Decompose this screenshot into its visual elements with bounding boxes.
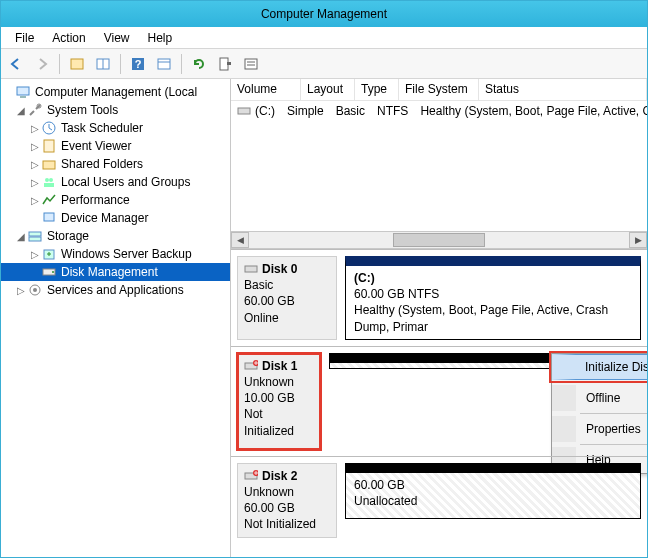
scroll-thumb[interactable] [393, 233, 484, 247]
performance-icon [41, 192, 57, 208]
tree-services-apps[interactable]: ▷ Services and Applications [1, 281, 230, 299]
back-button[interactable] [5, 53, 27, 75]
clock-icon [41, 120, 57, 136]
tree-root[interactable]: ▶ Computer Management (Local [1, 83, 230, 101]
tree-windows-server-backup[interactable]: ▷ Windows Server Backup [1, 245, 230, 263]
help-button[interactable]: ? [127, 53, 149, 75]
menu-action[interactable]: Action [44, 29, 93, 47]
svg-rect-30 [245, 266, 257, 272]
tree-performance[interactable]: ▷ Performance [1, 191, 230, 209]
svg-rect-13 [20, 96, 26, 98]
svg-point-19 [49, 178, 53, 182]
twisty-icon[interactable]: ▷ [15, 285, 27, 296]
disk-panel-1[interactable]: Disk 1 Unknown 10.00 GB Not Initialized … [231, 346, 647, 456]
list-icon[interactable] [240, 53, 262, 75]
tree-event-viewer[interactable]: ▷ Event Viewer [1, 137, 230, 155]
window-title: Computer Management [261, 7, 387, 21]
disk-state: Online [244, 310, 330, 326]
twisty-icon[interactable]: ◢ [15, 105, 27, 116]
properties-button[interactable] [153, 53, 175, 75]
svg-rect-9 [245, 59, 257, 69]
services-icon [27, 282, 43, 298]
twisty-icon[interactable]: ◢ [15, 231, 27, 242]
twisty-icon[interactable]: ▷ [29, 249, 41, 260]
scroll-track[interactable] [249, 232, 629, 248]
volume-strip-unallocated[interactable]: 60.00 GB Unallocated [345, 463, 641, 519]
scroll-right-button[interactable]: ▶ [629, 232, 647, 248]
volume-strip[interactable]: (C:) 60.00 GB NTFS Healthy (System, Boot… [345, 256, 641, 340]
tree-shared-folders[interactable]: ▷ Shared Folders [1, 155, 230, 173]
twisty-icon[interactable]: ▷ [29, 195, 41, 206]
volume-list-header[interactable]: Volume Layout Type File System Status [231, 79, 647, 101]
disk-type: Unknown [244, 374, 314, 390]
disk-panel-0[interactable]: Disk 0 Basic 60.00 GB Online (C:) 60.00 … [231, 249, 647, 346]
svg-rect-5 [158, 59, 170, 69]
titlebar: Computer Management [1, 1, 647, 27]
col-status[interactable]: Status [479, 79, 647, 100]
twisty-icon[interactable]: ▷ [29, 123, 41, 134]
disk-name: Disk 1 [262, 358, 297, 374]
volume-list[interactable]: (C:) Simple Basic NTFS Healthy (System, … [231, 101, 647, 231]
ctx-properties[interactable]: Properties [552, 416, 647, 442]
twisty-icon[interactable]: ▷ [29, 159, 41, 170]
tools-icon [27, 102, 43, 118]
twisty-icon: ▷ [29, 213, 41, 224]
volume-status-text: Healthy (System, Boot, Page File, Active… [354, 302, 632, 334]
svg-rect-23 [29, 237, 41, 241]
volume-layout: Simple [281, 102, 330, 120]
view-columns-button[interactable] [92, 53, 114, 75]
menu-file[interactable]: File [7, 29, 42, 47]
horizontal-scrollbar[interactable]: ◀ ▶ [231, 231, 647, 249]
svg-point-26 [52, 271, 54, 273]
volume-icon [237, 104, 251, 118]
volume-status-text: Unallocated [354, 493, 632, 509]
disk-info[interactable]: Disk 0 Basic 60.00 GB Online [237, 256, 337, 340]
tree-device-manager[interactable]: ▷ Device Manager [1, 209, 230, 227]
forward-button[interactable] [31, 53, 53, 75]
ctx-initialize-disk[interactable]: Initialize Disk [552, 354, 647, 380]
svg-rect-20 [44, 183, 54, 187]
nav-tree[interactable]: ▶ Computer Management (Local ◢ System To… [1, 79, 231, 557]
show-hide-tree-button[interactable] [66, 53, 88, 75]
tree-disk-management[interactable]: ▷ Disk Management [1, 263, 230, 281]
twisty-icon[interactable]: ▷ [29, 177, 41, 188]
context-menu-separator [580, 413, 647, 414]
tree-system-tools[interactable]: ◢ System Tools [1, 101, 230, 119]
ctx-offline[interactable]: Offline [552, 385, 647, 411]
disk-graphical-view: Disk 0 Basic 60.00 GB Online (C:) 60.00 … [231, 249, 647, 557]
menubar: File Action View Help [1, 27, 647, 49]
svg-point-28 [33, 288, 37, 292]
toolbar: ? [1, 49, 647, 79]
col-type[interactable]: Type [355, 79, 399, 100]
tree-storage[interactable]: ◢ Storage [1, 227, 230, 245]
col-filesystem[interactable]: File System [399, 79, 479, 100]
col-layout[interactable]: Layout [301, 79, 355, 100]
disk-type: Basic [244, 277, 330, 293]
disk-state: Not Initialized [244, 406, 314, 438]
menu-view[interactable]: View [96, 29, 138, 47]
toolbar-separator [59, 54, 60, 74]
svg-point-18 [45, 178, 49, 182]
context-menu-separator [580, 382, 647, 383]
tree-local-users[interactable]: ▷ Local Users and Groups [1, 173, 230, 191]
disk-panel-2[interactable]: Disk 2 Unknown 60.00 GB Not Initialized … [231, 456, 647, 544]
refresh-button[interactable] [188, 53, 210, 75]
disk-size: 60.00 GB [244, 293, 330, 309]
disk-size: 10.00 GB [244, 390, 314, 406]
menu-help[interactable]: Help [140, 29, 181, 47]
disk-info[interactable]: Disk 1 Unknown 10.00 GB Not Initialized [237, 353, 321, 450]
twisty-icon[interactable]: ▷ [29, 141, 41, 152]
volume-detail: 60.00 GB [354, 477, 632, 493]
scroll-left-button[interactable]: ◀ [231, 232, 249, 248]
toolbar-separator [120, 54, 121, 74]
svg-text:?: ? [135, 58, 142, 70]
settings-icon[interactable] [214, 53, 236, 75]
col-volume[interactable]: Volume [231, 79, 301, 100]
volume-label: (C:) [354, 270, 632, 286]
volume-row[interactable]: (C:) Simple Basic NTFS Healthy (System, … [231, 101, 647, 121]
disk-info[interactable]: Disk 2 Unknown 60.00 GB Not Initialized [237, 463, 337, 538]
computer-icon [15, 84, 31, 100]
volume-detail: 60.00 GB NTFS [354, 286, 632, 302]
svg-rect-7 [220, 58, 228, 70]
tree-task-scheduler[interactable]: ▷ Task Scheduler [1, 119, 230, 137]
